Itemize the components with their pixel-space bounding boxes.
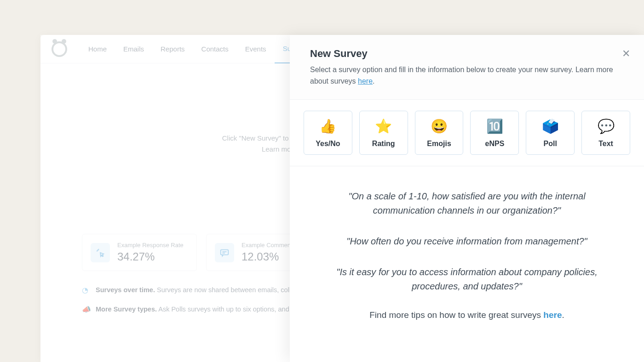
- tips-line-text: Find more tips on how to write great sur…: [369, 310, 543, 320]
- example-question: "Is it easy for you to access informatio…: [317, 265, 616, 294]
- survey-type-rating[interactable]: ⭐ Rating: [359, 111, 408, 155]
- nav-contacts[interactable]: Contacts: [193, 35, 237, 63]
- close-button[interactable]: ✕: [622, 48, 630, 60]
- panel-subtitle-text: Select a survey option and fill in the i…: [310, 66, 613, 85]
- ballot-icon: 🗳️: [528, 119, 572, 133]
- thumbs-up-icon: 👍: [306, 119, 350, 133]
- smile-icon: 😀: [417, 119, 461, 133]
- stat-card-response: Example Response Rate 34.27%: [82, 234, 197, 271]
- cursor-click-icon: [91, 243, 110, 262]
- type-label: Yes/No: [306, 140, 350, 148]
- example-questions: "On a scale of 1-10, how satisfied are y…: [290, 166, 644, 334]
- learn-more-link[interactable]: here: [358, 77, 373, 85]
- comment-icon: [215, 243, 234, 262]
- tip-title: More Survey types.: [96, 305, 157, 313]
- stat-label: Example Response Rate: [117, 242, 184, 249]
- logo-icon: [52, 41, 67, 57]
- nav-events[interactable]: Events: [237, 35, 275, 63]
- example-question: "How often do you receive information fr…: [317, 234, 616, 249]
- nav-emails[interactable]: Emails: [115, 35, 152, 63]
- panel-subtitle: Select a survey option and fill in the i…: [310, 64, 624, 87]
- panel-header: ✕ New Survey Select a survey option and …: [290, 35, 644, 100]
- megaphone-icon: 📣: [82, 304, 90, 312]
- panel-title: New Survey: [310, 48, 624, 60]
- survey-type-emojis[interactable]: 😀 Emojis: [415, 111, 464, 155]
- example-question: "On a scale of 1-10, how satisfied are y…: [317, 189, 616, 218]
- nav-reports[interactable]: Reports: [152, 35, 193, 63]
- type-label: Emojis: [417, 140, 461, 148]
- new-survey-panel: ✕ New Survey Select a survey option and …: [290, 35, 644, 362]
- stat-value: 34.27%: [117, 250, 184, 263]
- tip-title: Surveys over time.: [96, 286, 155, 294]
- survey-type-yesno[interactable]: 👍 Yes/No: [304, 111, 352, 155]
- nav-home[interactable]: Home: [80, 35, 115, 63]
- survey-type-poll[interactable]: 🗳️ Poll: [526, 111, 575, 155]
- survey-type-enps[interactable]: 🔟 eNPS: [470, 111, 519, 155]
- type-label: eNPS: [472, 140, 517, 148]
- speech-icon: 💬: [584, 119, 628, 133]
- star-icon: ⭐: [362, 119, 406, 133]
- survey-type-text[interactable]: 💬 Text: [581, 111, 630, 155]
- survey-type-row: 👍 Yes/No ⭐ Rating 😀 Emojis 🔟 eNPS 🗳️ Pol…: [290, 100, 644, 166]
- tips-link[interactable]: here: [543, 310, 562, 320]
- tips-line: Find more tips on how to write great sur…: [317, 310, 616, 320]
- type-label: Rating: [362, 140, 406, 148]
- type-label: Poll: [528, 140, 572, 148]
- close-icon: ✕: [622, 48, 630, 59]
- ten-icon: 🔟: [472, 119, 517, 133]
- chart-icon: ◔: [82, 285, 90, 293]
- type-label: Text: [584, 140, 628, 148]
